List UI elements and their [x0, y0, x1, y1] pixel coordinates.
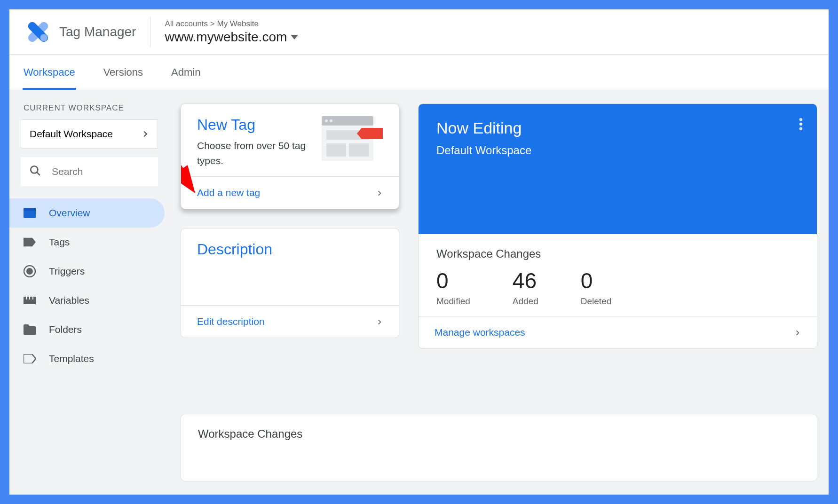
sidebar-item-templates[interactable]: Templates	[9, 344, 165, 373]
stats-title: Workspace Changes	[436, 247, 799, 260]
svg-rect-6	[24, 208, 36, 211]
site-name-dropdown[interactable]: www.mywebsite.com	[165, 30, 298, 45]
overview-icon	[24, 207, 36, 219]
workspace-selector[interactable]: Default Workspace	[21, 119, 158, 149]
workspace-changes-title: Workspace Changes	[198, 427, 800, 441]
app-title: Tag Manager	[59, 24, 136, 39]
sidebar-item-overview[interactable]: Overview	[9, 198, 165, 228]
svg-rect-16	[322, 116, 373, 126]
tag-manager-logo-icon	[28, 22, 48, 42]
container-selector[interactable]: All accounts > My Website www.mywebsite.…	[150, 19, 298, 45]
sidebar-item-triggers[interactable]: Triggers	[9, 257, 165, 286]
variables-icon	[24, 294, 36, 307]
svg-rect-13	[24, 299, 36, 304]
add-new-tag-button[interactable]: Add a new tag	[181, 176, 399, 209]
search-input[interactable]	[52, 166, 175, 177]
new-tag-subtitle: Choose from over 50 tag types.	[197, 138, 317, 168]
sidebar-item-tags[interactable]: Tags	[9, 228, 165, 257]
workspace-name: Default Workspace	[30, 128, 113, 140]
current-workspace-label: CURRENT WORKSPACE	[9, 103, 169, 113]
tab-workspace[interactable]: Workspace	[24, 55, 75, 90]
stat-added: 46 Added	[513, 268, 538, 307]
svg-point-25	[799, 127, 803, 131]
description-card: Description Edit description	[181, 228, 399, 338]
edit-description-button[interactable]: Edit description	[181, 305, 399, 338]
sidebar-item-folders[interactable]: Folders	[9, 315, 165, 344]
tab-admin[interactable]: Admin	[171, 55, 200, 90]
tags-icon	[24, 236, 36, 248]
now-editing-card: Now Editing Default Workspace Workspace …	[418, 103, 817, 349]
templates-icon	[24, 353, 36, 365]
sidebar: CURRENT WORKSPACE Default Workspace Over…	[9, 90, 169, 495]
now-editing-title: Now Editing	[436, 119, 799, 137]
chevron-down-icon	[291, 35, 298, 39]
triggers-icon	[24, 265, 36, 277]
search-box[interactable]	[21, 157, 158, 186]
new-tag-card: New Tag Choose from over 50 tag types.	[181, 103, 399, 209]
svg-point-8	[26, 268, 33, 275]
breadcrumb: All accounts > My Website	[165, 19, 298, 29]
new-tag-title: New Tag	[197, 116, 317, 134]
content-area: New Tag Choose from over 50 tag types.	[169, 90, 829, 495]
svg-rect-21	[326, 143, 346, 157]
chevron-right-icon	[376, 315, 383, 328]
svg-point-23	[799, 118, 803, 121]
tab-versions[interactable]: Versions	[103, 55, 143, 90]
svg-point-2	[40, 34, 47, 41]
description-title: Description	[197, 241, 383, 258]
stat-modified: 0 Modified	[436, 268, 470, 307]
folders-icon	[24, 323, 36, 336]
svg-point-18	[330, 119, 332, 122]
stat-deleted: 0 Deleted	[581, 268, 612, 307]
svg-point-17	[325, 119, 328, 122]
app-header: Tag Manager All accounts > My Website ww…	[9, 9, 829, 55]
search-icon	[29, 165, 41, 179]
tag-illustration-icon	[322, 116, 383, 163]
workspace-changes-stats: Workspace Changes 0 Modified 46 Added	[419, 234, 817, 316]
manage-workspaces-button[interactable]: Manage workspaces	[419, 316, 817, 348]
svg-point-24	[799, 123, 803, 126]
svg-line-4	[37, 172, 40, 175]
chevron-right-icon	[376, 186, 383, 199]
main-tabs: Workspace Versions Admin	[9, 55, 829, 90]
sidebar-item-variables[interactable]: Variables	[9, 286, 165, 315]
more-menu-icon[interactable]	[799, 118, 803, 132]
logo-section: Tag Manager	[28, 16, 150, 47]
now-editing-subtitle: Default Workspace	[436, 142, 799, 159]
workspace-changes-section: Workspace Changes	[181, 414, 817, 481]
svg-rect-22	[349, 143, 369, 157]
svg-point-3	[31, 166, 38, 173]
chevron-right-icon	[794, 326, 801, 339]
chevron-right-icon	[142, 127, 149, 141]
